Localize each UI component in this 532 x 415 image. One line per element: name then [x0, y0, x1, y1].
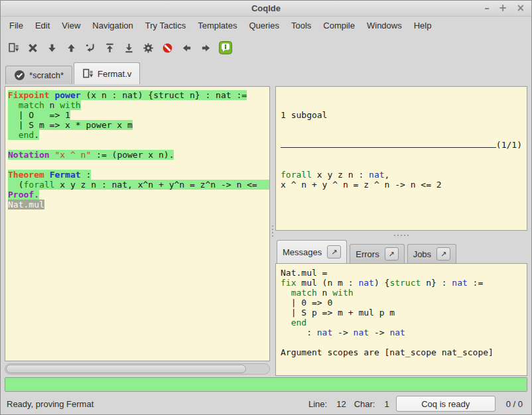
code-line: (forall x y z n : nat, x^n + y^n = z^n -… [8, 180, 269, 190]
arrow-left-icon [181, 42, 192, 54]
code-line: Argument scopes are [nat_scope nat_scope… [281, 347, 522, 357]
toolbar-fully-check-button[interactable] [139, 38, 157, 57]
gear-icon [143, 42, 154, 54]
jobs-count: 0 / 0 [506, 399, 523, 409]
arrow-down-icon [46, 42, 58, 54]
code-line: | O => 1 [8, 110, 269, 120]
tab-label: Errors [356, 249, 379, 259]
toolbar-next-button[interactable] [197, 38, 215, 57]
menu-item-tools[interactable]: Tools [285, 18, 317, 33]
menu-item-edit[interactable]: Edit [29, 18, 56, 33]
code-line: | S p => m + mul p m [281, 308, 522, 318]
menu-item-queries[interactable]: Queries [243, 18, 285, 33]
tab-scratch[interactable]: *scratch* [5, 66, 72, 84]
toolbar-go-to-end-button[interactable] [120, 38, 138, 57]
close-x-icon [27, 42, 38, 54]
code-line: x ^ n + y ^ n = z ^ n -> n <= 2 [281, 180, 522, 190]
menu-item-try-tactics[interactable]: Try Tactics [139, 18, 192, 33]
code-line: Nat.mul = [281, 268, 522, 278]
arrow-right-icon [200, 42, 212, 54]
toolbar-previous-button[interactable] [178, 38, 196, 57]
subgoal-header: 1 subgoal [281, 110, 522, 120]
menu-item-compile[interactable]: Compile [317, 18, 361, 33]
menu-item-windows[interactable]: Windows [361, 18, 408, 33]
code-line: Nat.mul [8, 200, 269, 209]
code-line: | 0 => 0 [281, 298, 522, 308]
toolbar-about-button[interactable] [216, 38, 234, 57]
code-line: forall x y z n : nat, [281, 170, 522, 180]
goal-separator: (1/1) [281, 140, 522, 150]
document-tabbar: *scratch*Fermat.v [1, 61, 531, 84]
toolbar-restart-button[interactable] [101, 38, 119, 57]
detach-arrow-icon[interactable]: ↗ [385, 247, 399, 261]
code-line: Proof. [8, 190, 269, 200]
code-line [8, 140, 269, 150]
scrollbar-thumb[interactable] [6, 365, 246, 373]
tab-label: Messages [283, 247, 322, 257]
menu-item-templates[interactable]: Templates [192, 18, 243, 33]
toolbar [1, 34, 531, 61]
tab-label: Jobs [413, 249, 431, 259]
arrow-to-top-icon [104, 42, 115, 54]
tab-messages[interactable]: Messages↗ [277, 240, 347, 263]
coqide-window: CoqIde – + × FileEditViewNavigationTry T… [0, 0, 532, 415]
status-message: Ready, proving Fermat [7, 399, 308, 409]
menu-item-file[interactable]: File [3, 18, 29, 33]
titlebar[interactable]: CoqIde – + × [1, 1, 531, 17]
menu-item-navigation[interactable]: Navigation [86, 18, 139, 33]
toolbar-save-button[interactable] [5, 38, 23, 57]
code-line: Notation "x ^ n" := (power x n). [8, 150, 269, 160]
tab-jobs[interactable]: Jobs↗ [407, 244, 456, 263]
char-label: Char: [354, 399, 375, 409]
coq-state-indicator: Coq is ready [396, 396, 496, 412]
menu-item-help[interactable]: Help [408, 18, 438, 33]
statusbar: Ready, proving Fermat Line: 12 Char: 1 C… [1, 393, 531, 414]
toolbar-close-button[interactable] [24, 38, 42, 57]
code-line: end. [8, 130, 269, 140]
code-line [281, 337, 522, 347]
window-title: CoqIde [251, 3, 281, 13]
tab-errors[interactable]: Errors↗ [350, 244, 404, 263]
vertical-splitter[interactable] [270, 86, 275, 376]
messages-pane[interactable]: Nat.mul =fix mul (n m : nat) {struct n} … [275, 263, 527, 376]
info-balloon-icon [219, 41, 232, 54]
line-label: Line: [308, 399, 327, 409]
interrupt-icon [162, 42, 173, 54]
check-circle-icon [14, 70, 25, 81]
toolbar-forward-one-command-button[interactable] [43, 38, 61, 57]
code-line: end [281, 318, 522, 327]
line-value: 12 [336, 399, 346, 409]
code-line: fix mul (n m : nat) {struct n} : nat := [281, 278, 522, 288]
menubar: FileEditViewNavigationTry TacticsTemplat… [1, 17, 531, 34]
menu-item-view[interactable]: View [56, 18, 86, 33]
save-page-icon [8, 42, 19, 54]
toolbar-go-to-cursor-button[interactable] [82, 38, 100, 57]
detach-arrow-icon[interactable]: ↗ [327, 245, 341, 259]
maximize-icon[interactable]: + [499, 3, 507, 13]
editor[interactable]: Fixpoint power (x n : nat) {struct n} : … [5, 86, 270, 361]
minimize-icon[interactable]: – [484, 3, 490, 13]
progress-row [1, 376, 531, 393]
horizontal-scrollbar[interactable] [5, 363, 270, 375]
code-line [8, 160, 269, 170]
arrow-up-icon [66, 42, 77, 54]
tab-label: Fermat.v [98, 69, 131, 79]
toolbar-interrupt-button[interactable] [159, 38, 176, 57]
code-line: Fixpoint power (x n : nat) {struct n} : … [8, 90, 269, 100]
save-page-icon [82, 68, 94, 80]
goal-pane[interactable]: 1 subgoal (1/1) forall x y z n : nat,x ^… [275, 86, 527, 231]
progress-bar [5, 377, 527, 392]
arrow-to-bottom-icon [123, 42, 135, 54]
tab-label: *scratch* [29, 70, 64, 80]
code-line: | S m => x * power x m [8, 120, 269, 130]
close-icon[interactable]: × [516, 3, 525, 13]
code-line: match n with [8, 100, 269, 110]
code-line: Theorem Fermat : [8, 170, 269, 180]
horizontal-splitter[interactable] [275, 231, 527, 239]
right-column: 1 subgoal (1/1) forall x y z n : nat,x ^… [275, 86, 527, 376]
code-line: : nat -> nat -> nat [281, 327, 522, 337]
detach-arrow-icon[interactable]: ↗ [436, 247, 450, 261]
goto-cursor-icon [85, 42, 96, 54]
toolbar-backward-one-command-button[interactable] [62, 38, 80, 57]
tab-fermat-v[interactable]: Fermat.v [74, 62, 140, 84]
